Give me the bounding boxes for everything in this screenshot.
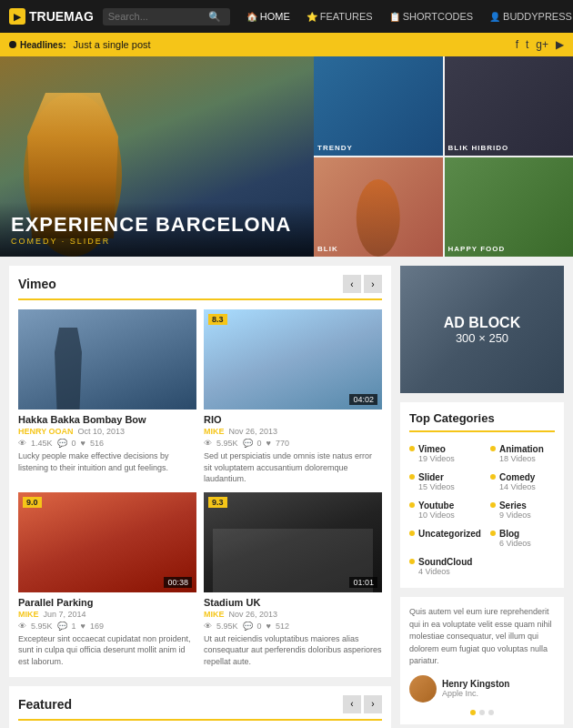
featured-section-header: Featured ‹ › bbox=[18, 695, 382, 721]
hero-cell-label-trendy: TRENDY bbox=[317, 144, 353, 152]
video-card-1[interactable]: Hakka Bakka Bombay Bow HENRY OOAN Oct 10… bbox=[18, 309, 196, 485]
category-series[interactable]: Series 9 Videos bbox=[490, 498, 555, 522]
cat-dot-slider bbox=[409, 474, 415, 480]
search-bar[interactable]: 🔍 bbox=[103, 8, 230, 25]
heart-icon-2: ♥ bbox=[266, 439, 271, 448]
shortcodes-icon: 📋 bbox=[389, 12, 400, 22]
eye-icon-3: 👁 bbox=[18, 622, 26, 631]
video-author-1: HENRY OOAN bbox=[18, 427, 74, 436]
category-animation[interactable]: Animation 18 Videos bbox=[490, 441, 555, 466]
video-author-2: MIKE bbox=[204, 427, 225, 436]
hero-main[interactable]: EXPERIENCE BARCELONA COMEDY · SLIDER bbox=[0, 56, 314, 257]
categories-grid: Vimeo 19 Videos Animation 18 Videos Slid… bbox=[409, 441, 555, 579]
category-comedy[interactable]: Comedy 14 Videos bbox=[490, 470, 555, 494]
testimonial-box: Quis autem vel eum iure reprehenderit qu… bbox=[400, 597, 564, 724]
category-vimeo[interactable]: Vimeo 19 Videos bbox=[409, 441, 481, 466]
search-input[interactable] bbox=[108, 11, 208, 22]
googleplus-icon[interactable]: g+ bbox=[536, 38, 548, 51]
vimeo-next-button[interactable]: › bbox=[364, 275, 382, 293]
hero-cell-blik[interactable]: BLIK bbox=[314, 157, 443, 257]
vimeo-nav: ‹ › bbox=[343, 275, 382, 293]
hero-cell-trendy[interactable]: TRENDY bbox=[314, 56, 443, 156]
cat-dot-youtube bbox=[409, 502, 415, 508]
video-stats-1: 👁 1.45K 💬 0 ♥ 516 bbox=[18, 439, 196, 448]
ticker-label: Headlines: bbox=[9, 40, 66, 50]
video-card-2[interactable]: 8.3 04:02 RIO MIKE Nov 26, 2013 👁 5.95K … bbox=[204, 309, 382, 485]
category-soundcloud[interactable]: SoundCloud 4 Videos bbox=[409, 554, 481, 579]
category-youtube[interactable]: Youtube 10 Videos bbox=[409, 498, 481, 522]
featured-nav: ‹ › bbox=[343, 695, 382, 713]
top-categories-title: Top Categories bbox=[409, 411, 555, 432]
video-card-4[interactable]: 9.3 01:01 Stadium UK MIKE Nov 26, 2013 👁… bbox=[204, 492, 382, 668]
video-stats-4: 👁 5.95K 💬 0 ♥ 512 bbox=[204, 622, 382, 631]
facebook-icon[interactable]: f bbox=[516, 38, 518, 51]
main-column: Vimeo ‹ › Hakka Bakka Bombay Bow HE bbox=[9, 266, 391, 728]
hero-cell-blikhibrido[interactable]: BLIK HIBRIDO bbox=[445, 56, 574, 156]
testimonial-dots bbox=[409, 710, 555, 715]
author-avatar bbox=[409, 675, 437, 703]
hero-cell-label-blikhibrido: BLIK HIBRIDO bbox=[448, 144, 509, 152]
cat-dot-blog bbox=[490, 531, 496, 536]
video-thumb-1 bbox=[18, 309, 196, 410]
testimonial-text: Quis autem vel eum iure reprehenderit qu… bbox=[409, 606, 555, 668]
comment-icon-3: 💬 bbox=[57, 622, 67, 631]
hero-cell-label-blik: BLIK bbox=[317, 245, 338, 253]
cat-dot-uncategorized bbox=[409, 531, 415, 536]
hero-cell-label-happyfood: HAPPY FOOD bbox=[448, 245, 506, 253]
hero-subtitle: COMEDY · SLIDER bbox=[11, 237, 303, 246]
video-meta-4: MIKE Nov 26, 2013 bbox=[204, 610, 382, 619]
hero-overlay: EXPERIENCE BARCELONA COMEDY · SLIDER bbox=[0, 202, 314, 257]
video-desc-3: Excepteur sint occaecat cupidatat non pr… bbox=[18, 633, 196, 668]
video-title-1: Hakka Bakka Bombay Bow bbox=[18, 414, 196, 425]
video-thumb-2: 8.3 04:02 bbox=[204, 309, 382, 410]
video-title-4: Stadium UK bbox=[204, 597, 382, 608]
comment-icon-4: 💬 bbox=[243, 622, 253, 631]
video-stats-2: 👁 5.95K 💬 0 ♥ 770 bbox=[204, 439, 382, 448]
testimonial-dot-1[interactable] bbox=[470, 710, 476, 715]
main-nav: 🏠 HOME ⭐ FEATURES 📋 SHORTCODES 👤 BUDDYPR… bbox=[239, 7, 573, 25]
buddypress-icon: 👤 bbox=[489, 12, 500, 22]
featured-prev-button[interactable]: ‹ bbox=[343, 695, 361, 713]
logo[interactable]: ▶ TRUEMAG bbox=[9, 8, 94, 25]
cat-dot-vimeo bbox=[409, 446, 415, 451]
hero-title: EXPERIENCE BARCELONA bbox=[11, 213, 303, 237]
search-icon[interactable]: 🔍 bbox=[208, 11, 221, 23]
nav-features[interactable]: ⭐ FEATURES bbox=[299, 7, 380, 25]
video-stats-3: 👁 5.95K 💬 1 ♥ 169 bbox=[18, 622, 196, 631]
category-blog[interactable]: Blog 6 Videos bbox=[490, 526, 555, 551]
ad-block: AD BLOCK 300 × 250 bbox=[400, 266, 564, 393]
heart-icon-4: ♥ bbox=[266, 622, 271, 631]
testimonial-dot-2[interactable] bbox=[479, 710, 485, 715]
nav-buddypress[interactable]: 👤 BUDDYPRESS bbox=[482, 7, 573, 25]
video-card-3[interactable]: 9.0 00:38 Parallel Parking MIKE Jun 7, 2… bbox=[18, 492, 196, 668]
hero-grid: TRENDY BLIK HIBRIDO BLIK HAPPY FOOD bbox=[314, 56, 573, 257]
vimeo-prev-button[interactable]: ‹ bbox=[343, 275, 361, 293]
home-icon: 🏠 bbox=[246, 12, 257, 22]
eye-icon-4: 👁 bbox=[204, 622, 212, 631]
nav-home[interactable]: 🏠 HOME bbox=[239, 7, 297, 25]
category-uncategorized[interactable]: Uncategorized bbox=[409, 526, 481, 551]
nav-shortcodes[interactable]: 📋 SHORTCODES bbox=[382, 7, 480, 25]
video-author-3: MIKE bbox=[18, 610, 39, 619]
featured-next-button[interactable]: › bbox=[364, 695, 382, 713]
twitter-icon[interactable]: t bbox=[526, 38, 528, 51]
vimeo-section-title: Vimeo bbox=[18, 277, 56, 291]
ad-block-line1: AD BLOCK bbox=[444, 315, 520, 331]
youtube-icon[interactable]: ▶ bbox=[556, 38, 564, 51]
testimonial-dot-3[interactable] bbox=[488, 710, 494, 715]
video-desc-1: Lucky people make effective decisions by… bbox=[18, 450, 196, 473]
comment-icon-1: 💬 bbox=[57, 439, 67, 448]
category-slider[interactable]: Slider 15 Videos bbox=[409, 470, 481, 494]
sidebar: AD BLOCK 300 × 250 Top Categories Vimeo … bbox=[391, 266, 564, 728]
logo-text: TRUEMAG bbox=[29, 9, 94, 24]
cat-dot-series bbox=[490, 502, 496, 508]
hero-cell-happyfood[interactable]: HAPPY FOOD bbox=[445, 157, 574, 257]
hero-section: EXPERIENCE BARCELONA COMEDY · SLIDER TRE… bbox=[0, 56, 573, 257]
video-duration-4: 01:01 bbox=[349, 577, 377, 588]
video-thumb-3: 9.0 00:38 bbox=[18, 492, 196, 592]
author-name: Henry Kingston bbox=[442, 679, 509, 689]
vimeo-video-grid: Hakka Bakka Bombay Bow HENRY OOAN Oct 10… bbox=[18, 309, 382, 668]
top-categories-box: Top Categories Vimeo 19 Videos Animation… bbox=[400, 402, 564, 588]
header: ▶ TRUEMAG 🔍 🏠 HOME ⭐ FEATURES 📋 SHORTCOD… bbox=[0, 0, 573, 33]
cat-dot-comedy bbox=[490, 474, 496, 480]
